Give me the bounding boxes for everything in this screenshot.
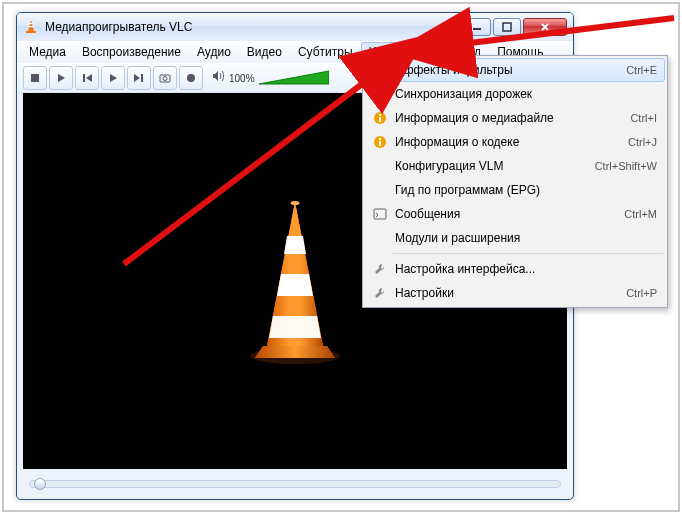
svg-rect-11 [374, 70, 376, 76]
svg-rect-18 [379, 141, 381, 146]
seek-bar-area [23, 475, 567, 493]
seek-slider[interactable] [29, 480, 561, 488]
menu-messages[interactable]: Сообщения Ctrl+M [365, 202, 665, 226]
menu-vlm-config[interactable]: Конфигурация VLM Ctrl+Shift+W [365, 154, 665, 178]
menu-codec-info[interactable]: Информация о кодеке Ctrl+J [365, 130, 665, 154]
info-icon [369, 111, 391, 125]
dd-label: Гид по программам (EPG) [391, 183, 657, 197]
menu-playback[interactable]: Воспроизведение [74, 42, 189, 63]
svg-point-10 [291, 201, 300, 205]
menu-video[interactable]: Видео [239, 42, 290, 63]
menu-customize-interface[interactable]: Настройка интерфейса... [365, 257, 665, 281]
tools-dropdown: Эффекты и фильтры Ctrl+E Синхронизация д… [362, 55, 668, 308]
dd-shortcut: Ctrl+M [624, 208, 661, 220]
dd-label: Конфигурация VLM [391, 159, 595, 173]
dd-label: Настройки [391, 286, 626, 300]
menu-plugins[interactable]: Модули и расширения [365, 226, 665, 250]
play-button[interactable] [49, 66, 73, 90]
menu-track-sync[interactable]: Синхронизация дорожек [365, 82, 665, 106]
window-controls [463, 18, 567, 36]
play2-button[interactable] [101, 66, 125, 90]
next-button[interactable] [127, 66, 151, 90]
svg-point-8 [187, 74, 195, 82]
svg-rect-12 [378, 66, 380, 76]
menu-media-info[interactable]: Информация о медиафайле Ctrl+I [365, 106, 665, 130]
dd-label: Синхронизация дорожек [391, 87, 657, 101]
dd-label: Информация о кодеке [391, 135, 628, 149]
dd-shortcut: Ctrl+E [626, 64, 661, 76]
prev-button[interactable] [75, 66, 99, 90]
dd-shortcut: Ctrl+Shift+W [595, 160, 661, 172]
terminal-icon [369, 207, 391, 221]
minimize-button[interactable] [463, 18, 491, 36]
svg-rect-5 [31, 74, 39, 82]
seek-knob[interactable] [34, 478, 46, 490]
close-button[interactable] [523, 18, 567, 36]
snapshot-button[interactable] [153, 66, 177, 90]
menu-epg[interactable]: Гид по программам (EPG) [365, 178, 665, 202]
dropdown-separator [393, 253, 663, 254]
svg-rect-19 [379, 138, 381, 140]
dd-shortcut: Ctrl+J [628, 136, 661, 148]
svg-rect-20 [374, 209, 386, 219]
svg-rect-13 [382, 68, 384, 76]
volume-control: 100% [211, 69, 329, 87]
maximize-button[interactable] [493, 18, 521, 36]
volume-slider[interactable] [259, 69, 329, 87]
vlc-cone-icon [23, 19, 39, 35]
svg-rect-16 [379, 114, 381, 116]
wrench-icon [369, 286, 391, 300]
dd-shortcut: Ctrl+I [630, 112, 661, 124]
dd-shortcut: Ctrl+P [626, 287, 661, 299]
svg-rect-2 [28, 26, 34, 27]
info-icon [369, 135, 391, 149]
svg-rect-4 [503, 23, 511, 31]
titlebar: Медиапроигрыватель VLC [17, 13, 573, 41]
stop-button[interactable] [23, 66, 47, 90]
window-title: Медиапроигрыватель VLC [45, 20, 463, 34]
dd-label: Настройка интерфейса... [391, 262, 657, 276]
record-button[interactable] [179, 66, 203, 90]
menu-preferences[interactable]: Настройки Ctrl+P [365, 281, 665, 305]
speaker-icon[interactable] [211, 69, 225, 87]
equalizer-icon [369, 63, 391, 77]
volume-percent: 100% [229, 73, 255, 84]
svg-rect-0 [26, 31, 36, 33]
dd-label: Эффекты и фильтры [391, 63, 626, 77]
menu-effects-filters[interactable]: Эффекты и фильтры Ctrl+E [365, 58, 665, 82]
svg-rect-15 [379, 117, 381, 122]
dd-label: Модули и расширения [391, 231, 657, 245]
sync-icon [369, 87, 391, 101]
wrench-icon [369, 262, 391, 276]
app-container: Медиапроигрыватель VLC Медиа Воспроизвед… [2, 2, 680, 512]
menu-subtitles[interactable]: Субтитры [290, 42, 361, 63]
dd-label: Информация о медиафайле [391, 111, 630, 125]
menu-audio[interactable]: Аудио [189, 42, 239, 63]
vlc-cone-logo-icon [235, 196, 355, 366]
menu-media[interactable]: Медиа [21, 42, 74, 63]
svg-rect-1 [29, 23, 34, 24]
svg-point-7 [163, 77, 167, 81]
dd-label: Сообщения [391, 207, 624, 221]
svg-rect-3 [473, 28, 481, 30]
